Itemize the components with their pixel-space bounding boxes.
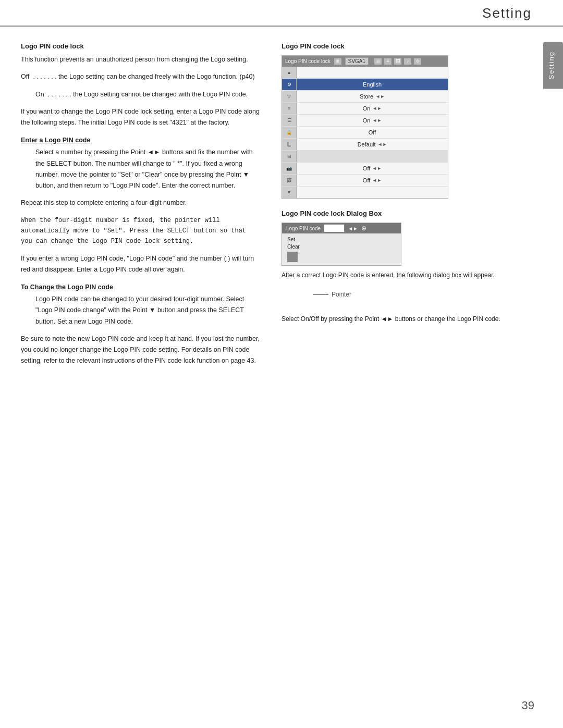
page-title: Setting	[482, 5, 532, 21]
ui-row-store[interactable]: ▽ Store ◄►	[282, 91, 448, 103]
right-column: Logo PIN code lock Logo PIN code lock ⊞ …	[282, 42, 500, 373]
row-off-frame-value: Off ◄►	[297, 176, 448, 184]
arrow-off-camera: ◄►	[372, 166, 382, 171]
page-header: Setting	[0, 0, 563, 27]
ui-row-off[interactable]: 🔒 Off	[282, 127, 448, 139]
pointer-label: Pointer	[332, 291, 351, 298]
arrow-on1: ◄►	[372, 106, 382, 111]
ui-panel-signal: SVGA1	[345, 57, 369, 65]
ui-panel-main: Logo PIN code lock ⊞ SVGA1 ⊟ ≡ 🖼 ♪ ⚙ ▲	[282, 55, 448, 199]
dialog-section-title: Logo PIN code lock Dialog Box	[282, 209, 500, 217]
row-scroll-up-value	[297, 71, 448, 73]
ui-row-english[interactable]: ⚙ English	[282, 79, 448, 91]
dialog-panel: Logo PIN code 1 ◄► ⊕ Set Clear	[282, 223, 401, 266]
icon-language: ⚙	[282, 79, 297, 90]
icon-setting: ⚙	[413, 58, 422, 65]
icon-scroll-down: ▼	[282, 187, 297, 198]
main-content: Logo PIN code lock This function prevent…	[0, 27, 563, 389]
icon-grid2: ⊞	[282, 151, 297, 162]
left-section-title: Logo PIN code lock	[21, 42, 261, 50]
icon-image: 🖼	[394, 58, 402, 65]
after-correct-text: After a correct Logo PIN code is entered…	[282, 270, 500, 280]
subsection2-title: To Change the Logo PIN code	[21, 283, 261, 291]
on-description: On . . . . . . . the Logo setting cannot…	[21, 89, 261, 100]
icon-default: L	[282, 139, 297, 150]
wrong-text: If you enter a wrong Logo PIN code, "Log…	[21, 253, 261, 276]
intro-text: This function prevents an unauthorized p…	[21, 54, 261, 65]
icon-sound: ♪	[403, 58, 412, 65]
dialog-plus-icon: ⊕	[361, 225, 366, 232]
off-description: Off . . . . . . . the Logo setting can b…	[21, 71, 261, 82]
arrow-on2: ◄►	[372, 118, 382, 123]
icon-list: ≡	[384, 58, 392, 65]
ui-row-off-camera[interactable]: 📷 Off ◄►	[282, 163, 448, 175]
ui-panel-body: ▲ ⚙ English ▽ Store ◄►	[282, 67, 448, 199]
ui-row-scroll-up: ▲	[282, 67, 448, 79]
ui-row-default[interactable]: L Default ◄►	[282, 139, 448, 151]
subsection1-text: Select a number by pressing the Point ◄►…	[21, 147, 261, 191]
icon-scroll-up: ▲	[282, 67, 297, 78]
icon-frame: 🖼	[282, 175, 297, 186]
row-scroll-down-value	[297, 191, 448, 193]
icon-grid: ⊟	[374, 58, 382, 65]
dialog-arrow: ◄►	[348, 226, 358, 231]
dialog-icon-placeholder	[287, 252, 298, 262]
note-text: Be sure to note the new Logo PIN code an…	[21, 334, 261, 367]
right-panel1-title: Logo PIN code lock	[282, 42, 500, 50]
dialog-set-button[interactable]: Set	[287, 237, 396, 242]
sidebar-tab: Setting	[543, 42, 563, 89]
ui-row-on2[interactable]: ☰ On ◄►	[282, 115, 448, 127]
fixed-text: When the four-digit number is fixed, the…	[21, 215, 261, 247]
icon-on1: ≡	[282, 103, 297, 114]
ui-panel-icon-input: ⊞	[334, 58, 342, 65]
left-column: Logo PIN code lock This function prevent…	[21, 42, 261, 373]
arrow-off-frame: ◄►	[372, 178, 382, 183]
select-text: Select On/Off by pressing the Point ◄► b…	[282, 314, 500, 324]
ui-panel-header: Logo PIN code lock ⊞ SVGA1 ⊟ ≡ 🖼 ♪ ⚙	[282, 56, 448, 67]
row-off-value: Off	[297, 128, 448, 137]
icon-store: ▽	[282, 91, 297, 102]
icon-lock: 🔒	[282, 127, 297, 138]
subsection2-text: Logo PIN code can be changed to your des…	[21, 294, 261, 327]
arrow-store: ◄►	[375, 94, 385, 99]
page-number: 39	[522, 699, 534, 712]
row-store-value: Store ◄►	[297, 92, 448, 101]
subsection1-title: Enter a Logo PIN code	[21, 137, 261, 144]
icon-camera: 📷	[282, 163, 297, 174]
ui-panel-icon-group: ⊟ ≡ 🖼 ♪ ⚙	[374, 58, 422, 65]
repeat-text: Repeat this step to complete entering a …	[21, 198, 261, 208]
ui-row-grid: ⊞	[282, 151, 448, 163]
ui-row-scroll-down: ▼	[282, 187, 448, 199]
icon-on2: ☰	[282, 115, 297, 126]
row-grid-value	[297, 155, 448, 157]
row-english-value: English	[297, 80, 448, 89]
dialog-clear-button[interactable]: Clear	[287, 244, 396, 250]
row-on1-value: On ◄►	[297, 104, 448, 113]
pointer-indicator: Pointer	[282, 291, 500, 298]
pointer-dash	[313, 294, 328, 295]
dialog-header-label: Logo PIN code	[286, 226, 321, 231]
arrow-default: ◄►	[378, 142, 387, 147]
ui-row-off-frame[interactable]: 🖼 Off ◄►	[282, 175, 448, 187]
ui-panel-header-label: Logo PIN code lock	[285, 58, 331, 64]
row-on2-value: On ◄►	[297, 116, 448, 125]
dialog-header: Logo PIN code 1 ◄► ⊕	[282, 223, 401, 233]
dialog-pin-input[interactable]: 1	[324, 224, 345, 232]
change-notice-text: If you want to change the Logo PIN code …	[21, 106, 261, 129]
row-default-value: Default ◄►	[297, 140, 448, 149]
dialog-body: Set Clear	[282, 233, 401, 265]
row-off-camera-value: Off ◄►	[297, 164, 448, 172]
ui-row-on1[interactable]: ≡ On ◄►	[282, 103, 448, 115]
